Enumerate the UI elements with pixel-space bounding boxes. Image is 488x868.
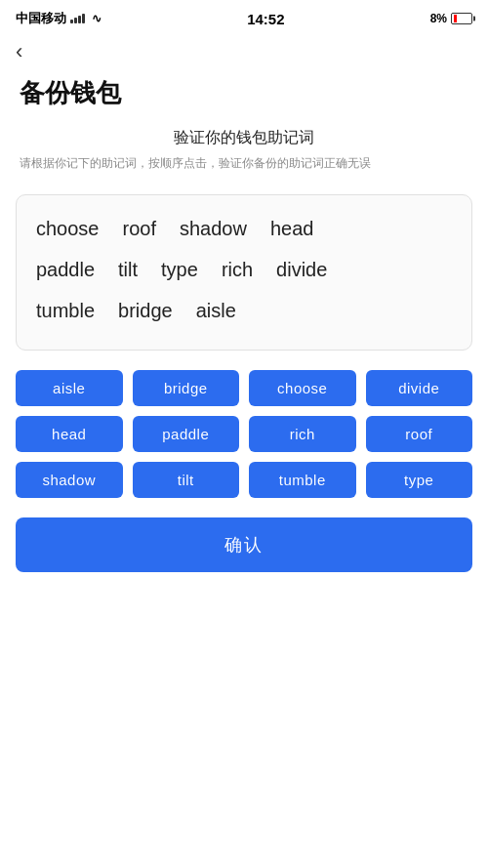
word-btn-type[interactable]: type: [366, 462, 473, 498]
nav-bar: ‹: [0, 33, 488, 66]
word-btn-shadow[interactable]: shadow: [16, 462, 123, 498]
word-btn-choose[interactable]: choose: [249, 370, 356, 406]
word-slot-choose: choose: [36, 215, 100, 242]
word-btn-tilt[interactable]: tilt: [133, 462, 240, 498]
word-btn-divide[interactable]: divide: [366, 370, 473, 406]
word-slot-tilt: tilt: [118, 256, 138, 283]
word-btn-roof[interactable]: roof: [366, 416, 473, 452]
status-bar: 中国移动 ∿ 14:52 8%: [0, 0, 488, 33]
back-button[interactable]: ‹: [16, 41, 22, 62]
word-slot-roof: roof: [123, 215, 156, 242]
word-btn-bridge[interactable]: bridge: [133, 370, 240, 406]
wifi-icon: ∿: [92, 12, 102, 25]
word-slot-bridge: bridge: [118, 297, 173, 324]
word-btn-paddle[interactable]: paddle: [133, 416, 240, 452]
confirm-button-wrap: 确认: [0, 517, 488, 601]
battery-percent-label: 8%: [430, 12, 447, 25]
word-btn-tumble[interactable]: tumble: [249, 462, 356, 498]
word-slot-head: head: [270, 215, 314, 242]
instruction-title: 验证你的钱包助记词: [20, 128, 468, 148]
word-slot-divide: divide: [276, 256, 327, 283]
word-display-row-1: choose roof shadow head: [36, 215, 452, 242]
confirm-button[interactable]: 确认: [16, 517, 472, 572]
word-slot-type: type: [161, 256, 198, 283]
word-slot-rich: rich: [222, 256, 253, 283]
battery-fill: [454, 15, 457, 22]
word-display-row-2: paddle tilt type rich divide: [36, 256, 452, 283]
page-title: 备份钱包: [0, 66, 488, 128]
word-btn-rich[interactable]: rich: [249, 416, 356, 452]
word-display-area: choose roof shadow head paddle tilt type…: [16, 194, 472, 351]
battery-icon: [451, 13, 472, 24]
word-btn-aisle[interactable]: aisle: [16, 370, 123, 406]
carrier-label: 中国移动: [16, 10, 66, 27]
word-slot-aisle: aisle: [196, 297, 236, 324]
time-label: 14:52: [247, 11, 284, 27]
word-slot-tumble: tumble: [36, 297, 95, 324]
word-slot-paddle: paddle: [36, 256, 95, 283]
word-buttons-area: aislebridgechoosedivideheadpaddlerichroo…: [0, 370, 488, 498]
word-display-row-3: tumble bridge aisle: [36, 297, 452, 324]
status-right: 8%: [430, 12, 472, 25]
instruction-section: 验证你的钱包助记词 请根据你记下的助记词，按顺序点击，验证你备份的助记词正确无误: [0, 128, 488, 185]
status-left: 中国移动 ∿: [16, 10, 102, 27]
instruction-desc: 请根据你记下的助记词，按顺序点击，验证你备份的助记词正确无误: [20, 154, 468, 173]
signal-bars-icon: [70, 14, 85, 23]
word-slot-shadow: shadow: [180, 215, 247, 242]
word-btn-head[interactable]: head: [16, 416, 123, 452]
